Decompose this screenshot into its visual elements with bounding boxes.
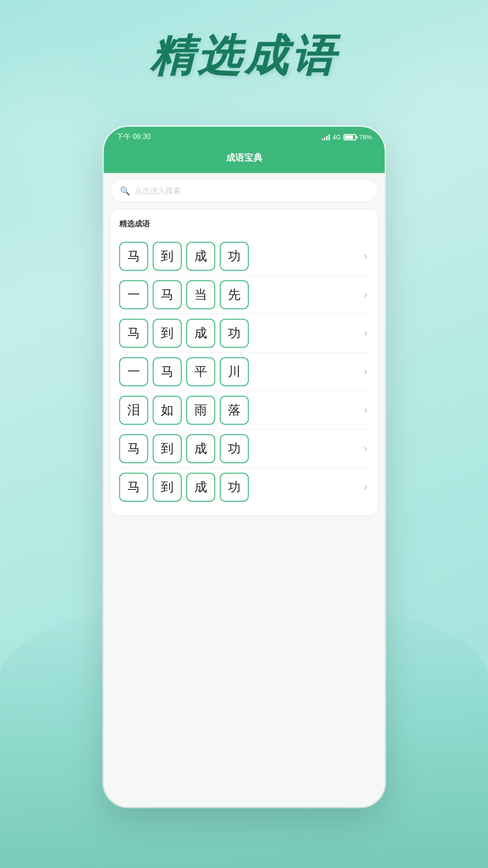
content-card: 精选成语 马 到 成 功 › 一 马 当 先 [111,210,377,515]
chevron-icon-5: › [364,404,369,416]
chevron-icon-7: › [364,481,369,493]
char-7-4: 功 [220,473,249,502]
idiom-row-5[interactable]: 泪 如 雨 落 › [119,391,369,430]
char-5-2: 如 [153,396,182,425]
char-4-3: 平 [186,357,215,386]
search-placeholder: 点击进入搜索 [135,186,181,196]
idiom-row-6[interactable]: 马 到 成 功 › [119,430,369,468]
chevron-icon-4: › [364,366,369,378]
idiom-chars-7: 马 到 成 功 [119,473,360,502]
char-6-3: 成 [186,434,215,463]
phone-frame: 下午 06:30 4G 78% 成语宝典 [104,127,385,807]
char-4-2: 马 [153,357,182,386]
char-2-4: 先 [220,280,249,309]
char-6-4: 功 [220,434,249,463]
network-type: 4G [333,134,341,141]
idiom-row-7[interactable]: 马 到 成 功 › [119,468,369,506]
phone-mockup: 下午 06:30 4G 78% 成语宝典 [104,127,385,807]
char-6-2: 到 [153,434,182,463]
char-6-1: 马 [119,434,148,463]
chevron-icon-2: › [364,289,369,301]
char-2-1: 一 [119,280,148,309]
char-1-4: 功 [220,242,249,271]
app-header: 成语宝典 [104,145,385,173]
status-time: 下午 06:30 [116,132,151,142]
char-5-1: 泪 [119,396,148,425]
char-5-4: 落 [220,396,249,425]
char-3-3: 成 [186,319,215,348]
chevron-icon-3: › [364,327,369,339]
idiom-row-4[interactable]: 一 马 平 川 › [119,353,369,391]
char-1-3: 成 [186,242,215,271]
char-4-1: 一 [119,357,148,386]
app-content: 🔍 点击进入搜索 精选成语 马 到 成 功 › [104,173,385,807]
status-icons: 4G 78% [322,134,372,141]
battery-percent: 78% [359,134,372,141]
idiom-chars-5: 泪 如 雨 落 [119,396,360,425]
idiom-row-1[interactable]: 马 到 成 功 › [119,237,369,276]
char-2-2: 马 [153,280,182,309]
section-title: 精选成语 [119,219,369,229]
char-2-3: 当 [186,280,215,309]
search-bar[interactable]: 🔍 点击进入搜索 [111,180,377,201]
app-title: 成语宝典 [226,153,262,163]
signal-icon [322,134,330,140]
idiom-row-3[interactable]: 马 到 成 功 › [119,314,369,353]
search-icon: 🔍 [120,186,130,196]
char-1-1: 马 [119,242,148,271]
char-5-3: 雨 [186,396,215,425]
char-7-3: 成 [186,473,215,502]
char-3-2: 到 [153,319,182,348]
char-7-1: 马 [119,473,148,502]
char-1-2: 到 [153,242,182,271]
char-3-1: 马 [119,319,148,348]
chevron-icon-1: › [364,250,369,262]
idiom-chars-4: 一 马 平 川 [119,357,360,386]
main-title: 精选成语 [0,27,488,86]
char-7-2: 到 [153,473,182,502]
idiom-chars-2: 一 马 当 先 [119,280,360,309]
idiom-row-2[interactable]: 一 马 当 先 › [119,276,369,314]
char-4-4: 川 [220,357,249,386]
idiom-chars-3: 马 到 成 功 [119,319,360,348]
idiom-chars-1: 马 到 成 功 [119,242,360,271]
battery-icon [343,134,356,140]
idiom-chars-6: 马 到 成 功 [119,434,360,463]
chevron-icon-6: › [364,443,369,455]
status-bar: 下午 06:30 4G 78% [104,127,385,145]
char-3-4: 功 [220,319,249,348]
